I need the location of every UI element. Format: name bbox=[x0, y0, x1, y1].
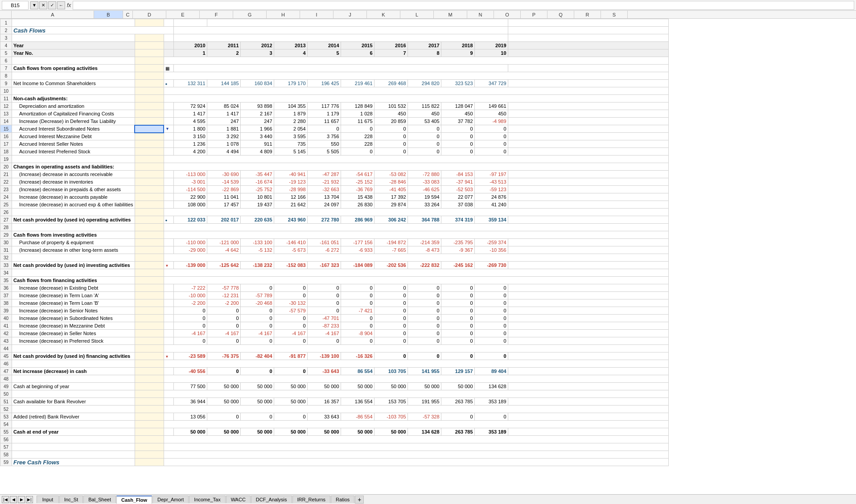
accexp-2015[interactable]: 26 830 bbox=[341, 201, 374, 209]
year-2013[interactable]: 2013 bbox=[274, 42, 307, 49]
cell-a1[interactable] bbox=[12, 19, 135, 27]
ta-2012[interactable]: -57 789 bbox=[240, 292, 274, 299]
netinv-2014[interactable]: -167 323 bbox=[307, 262, 341, 269]
netfin-2018[interactable]: 0 bbox=[441, 352, 474, 360]
cell-a34[interactable] bbox=[12, 269, 135, 277]
cell-b50[interactable] bbox=[135, 390, 164, 398]
back-btn[interactable]: ← bbox=[57, 1, 65, 9]
cell-c35[interactable] bbox=[164, 277, 668, 284]
cell-c42[interactable] bbox=[164, 330, 173, 337]
ce-2019[interactable]: 353 189 bbox=[474, 428, 508, 436]
cell-b11[interactable] bbox=[135, 95, 164, 102]
ap-label[interactable]: Increase (decrease) in accounts payable bbox=[12, 193, 135, 201]
cell-a10[interactable] bbox=[12, 87, 135, 95]
cell-c31[interactable] bbox=[164, 246, 173, 254]
ca-2018[interactable]: 263 785 bbox=[441, 398, 474, 406]
pstock-2014[interactable]: 0 bbox=[307, 337, 341, 345]
tb-2013[interactable]: -30 132 bbox=[274, 299, 307, 307]
otherlt-2010[interactable]: -29 000 bbox=[173, 246, 207, 254]
term-b-label[interactable]: Increase (decrease) in Term Loan 'B' bbox=[12, 299, 135, 307]
cell-b30[interactable] bbox=[135, 239, 164, 246]
accrued-sub-2019[interactable]: 0 bbox=[474, 125, 508, 133]
capex-2018[interactable]: -235 795 bbox=[441, 239, 474, 246]
ap-2012[interactable]: 10 801 bbox=[240, 193, 274, 201]
investing-header[interactable]: Cash flows from investing activities bbox=[12, 231, 135, 239]
cell-d2[interactable] bbox=[173, 27, 508, 34]
cell-a44[interactable] bbox=[12, 345, 135, 352]
netfin-2017[interactable]: 0 bbox=[407, 352, 441, 360]
cell-e1[interactable] bbox=[207, 19, 508, 27]
inv-2014[interactable]: -21 932 bbox=[307, 178, 341, 186]
ta-2017[interactable]: 0 bbox=[407, 292, 441, 299]
inv-2012[interactable]: -16 674 bbox=[240, 178, 274, 186]
sub-notes-label[interactable]: Increase (decrease) in Subordinated Note… bbox=[12, 315, 135, 322]
financing-header[interactable]: Cash flows from financing activities bbox=[12, 277, 135, 284]
cell-n39[interactable] bbox=[508, 307, 668, 315]
cell-c6[interactable] bbox=[164, 57, 668, 65]
cell-b10[interactable] bbox=[135, 87, 164, 95]
netop-2018[interactable]: 374 319 bbox=[441, 216, 474, 224]
cell-b43[interactable] bbox=[135, 337, 164, 345]
cell-c36[interactable] bbox=[164, 284, 173, 292]
exist-debt-label[interactable]: Increase (decrease) in Existing Debt bbox=[12, 284, 135, 292]
cell-n2[interactable] bbox=[508, 27, 668, 34]
cb-2010[interactable]: 77 500 bbox=[173, 383, 207, 390]
mezz-2016[interactable]: 0 bbox=[374, 133, 407, 140]
cell-c9[interactable]: ● bbox=[164, 80, 173, 87]
tab-next-btn[interactable]: ▶ bbox=[18, 496, 25, 503]
sn-2016[interactable]: 0 bbox=[374, 307, 407, 315]
cell-c38[interactable] bbox=[164, 299, 173, 307]
edebt-2015[interactable]: 0 bbox=[341, 284, 374, 292]
subn-2014[interactable]: -47 701 bbox=[307, 315, 341, 322]
ni-2011[interactable]: 144 185 bbox=[207, 80, 240, 87]
ap-2019[interactable]: 24 876 bbox=[474, 193, 508, 201]
pref-2014[interactable]: 5 505 bbox=[307, 148, 341, 156]
mezzd-2019[interactable]: 0 bbox=[474, 322, 508, 330]
netfin-2019[interactable]: 0 bbox=[474, 352, 508, 360]
cell-b18[interactable] bbox=[135, 148, 164, 156]
cell-c52[interactable] bbox=[164, 406, 668, 413]
netop-2011[interactable]: 202 017 bbox=[207, 216, 240, 224]
mezz-2012[interactable]: 3 440 bbox=[240, 133, 274, 140]
otherlt-2018[interactable]: -9 367 bbox=[441, 246, 474, 254]
cell-c47[interactable] bbox=[164, 368, 173, 375]
cell-c17[interactable] bbox=[164, 140, 173, 148]
prepaids-2011[interactable]: -22 869 bbox=[207, 186, 240, 193]
ni-inc-2015[interactable]: 86 554 bbox=[341, 368, 374, 375]
tb-2012[interactable]: -20 468 bbox=[240, 299, 274, 307]
cell-c41[interactable] bbox=[164, 322, 173, 330]
sn-2018[interactable]: 0 bbox=[441, 307, 474, 315]
cell-n25[interactable] bbox=[508, 201, 668, 209]
da-2011[interactable]: 85 024 bbox=[207, 102, 240, 110]
mezzd-2012[interactable]: 0 bbox=[240, 322, 274, 330]
cell-c26[interactable] bbox=[164, 209, 668, 216]
amort-2014[interactable]: 1 179 bbox=[307, 110, 341, 118]
cell-b19[interactable] bbox=[135, 156, 164, 163]
br-2017[interactable]: -57 328 bbox=[407, 413, 441, 421]
def-tax-label[interactable]: Increase (Decrease) in Deferred Tax Liab… bbox=[12, 118, 135, 125]
cell-b16[interactable] bbox=[135, 133, 164, 140]
cb-2016[interactable]: 50 000 bbox=[374, 383, 407, 390]
sn-2015[interactable]: -7 421 bbox=[341, 307, 374, 315]
cell-c40[interactable] bbox=[164, 315, 173, 322]
subn-2017[interactable]: 0 bbox=[407, 315, 441, 322]
capex-2016[interactable]: -194 872 bbox=[374, 239, 407, 246]
formula-input[interactable] bbox=[73, 1, 854, 10]
ni-inc-2017[interactable]: 141 955 bbox=[407, 368, 441, 375]
cell-c27[interactable]: ● bbox=[164, 216, 173, 224]
col-header-d[interactable]: D bbox=[133, 11, 166, 18]
cell-c3[interactable] bbox=[164, 34, 173, 42]
pref-2019[interactable]: 0 bbox=[474, 148, 508, 156]
cell-c43[interactable] bbox=[164, 337, 173, 345]
cell-n49[interactable] bbox=[508, 383, 668, 390]
sn-2019[interactable]: 0 bbox=[474, 307, 508, 315]
br-2010[interactable]: 13 056 bbox=[173, 413, 207, 421]
cb-2014[interactable]: 50 000 bbox=[307, 383, 341, 390]
ce-2012[interactable]: 50 000 bbox=[240, 428, 274, 436]
edebt-2010[interactable]: -7 222 bbox=[173, 284, 207, 292]
tab-dcf-analysis[interactable]: DCF_Analysis bbox=[251, 496, 292, 503]
mezzd-2010[interactable]: 0 bbox=[173, 322, 207, 330]
cell-n18[interactable] bbox=[508, 148, 668, 156]
mezzd-2013[interactable]: 0 bbox=[274, 322, 307, 330]
cell-c5[interactable] bbox=[164, 49, 173, 57]
